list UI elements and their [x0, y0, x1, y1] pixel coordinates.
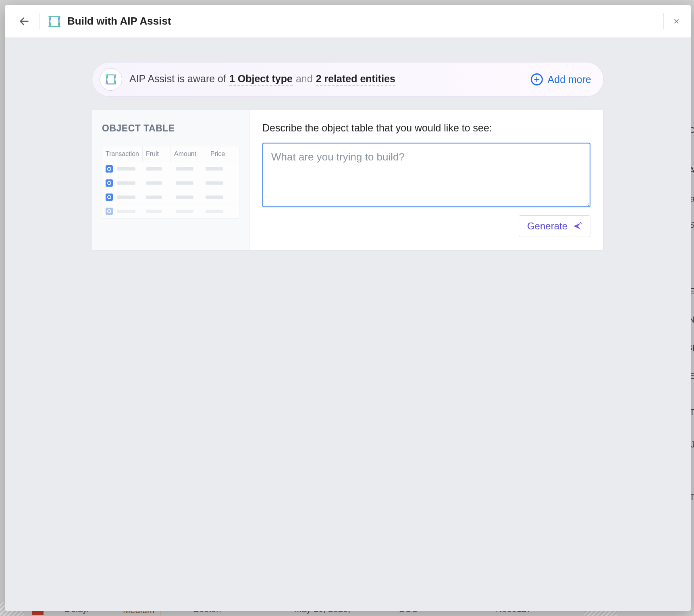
panels-container: OBJECT TABLE Transaction Fruit Amount Pr…	[92, 110, 604, 251]
placeholder-bar	[146, 167, 162, 171]
build-modal: Build with AIP Assist AIP Assist is awar…	[5, 5, 691, 611]
modal-body: AIP Assist is aware of 1 Object type and…	[5, 38, 691, 611]
placeholder-bar	[206, 210, 223, 213]
arrow-left-icon	[19, 16, 30, 27]
mini-th: Transaction	[102, 146, 143, 162]
placeholder-bar	[176, 196, 193, 199]
placeholder-bar	[146, 181, 162, 185]
awareness-logo	[100, 68, 122, 91]
back-button[interactable]	[16, 13, 32, 29]
placeholder-bar	[117, 196, 135, 199]
generate-label: Generate	[527, 221, 567, 232]
plus-circle-icon	[531, 73, 543, 85]
object-type-link[interactable]: 1 Object type	[229, 73, 293, 86]
generate-button[interactable]: Generate	[519, 215, 590, 237]
mini-table-row	[102, 176, 239, 190]
generate-row: Generate	[262, 215, 590, 237]
awareness-prefix: AIP Assist is aware of	[129, 73, 226, 85]
mini-table-row	[102, 162, 239, 176]
awareness-text: AIP Assist is aware of 1 Object type and…	[129, 73, 395, 86]
mini-th: Amount	[171, 146, 207, 162]
awareness-banner: AIP Assist is aware of 1 Object type and…	[92, 62, 604, 97]
mini-table-row	[102, 190, 239, 204]
object-table-preview-panel: OBJECT TABLE Transaction Fruit Amount Pr…	[92, 110, 249, 250]
mini-table-header: Transaction Fruit Amount Price	[102, 146, 239, 162]
placeholder-bar	[117, 181, 135, 185]
add-more-button[interactable]: Add more	[531, 73, 591, 85]
placeholder-bar	[206, 196, 223, 199]
row-icon	[106, 194, 113, 201]
prompt-panel: Describe the object table that you would…	[249, 110, 603, 250]
mini-table-row	[102, 204, 239, 218]
aip-logo-icon	[47, 14, 62, 29]
prompt-textarea[interactable]	[262, 143, 590, 207]
divider	[39, 13, 40, 29]
edge-fragment: J	[690, 439, 694, 450]
close-button[interactable]	[663, 13, 679, 29]
placeholder-bar	[176, 181, 193, 185]
modal-title: Build with AIP Assist	[67, 15, 171, 27]
placeholder-bar	[206, 181, 223, 185]
placeholder-bar	[146, 196, 162, 199]
close-icon	[673, 16, 679, 27]
svg-point-10	[581, 223, 582, 224]
svg-point-9	[580, 222, 582, 223]
add-more-label: Add more	[548, 74, 591, 85]
mini-th: Fruit	[143, 146, 171, 162]
placeholder-bar	[206, 167, 223, 171]
prompt-label: Describe the object table that you would…	[262, 122, 590, 134]
placeholder-bar	[176, 167, 193, 171]
placeholder-bar	[117, 167, 135, 171]
mini-th: Price	[207, 146, 239, 162]
mini-table-preview: Transaction Fruit Amount Price	[102, 146, 239, 219]
row-icon	[106, 179, 113, 187]
send-icon	[572, 221, 582, 231]
placeholder-bar	[146, 210, 162, 213]
header-logo-group: Build with AIP Assist	[47, 14, 171, 29]
awareness-and: and	[296, 73, 313, 85]
row-icon	[106, 165, 113, 173]
modal-header: Build with AIP Assist	[5, 5, 691, 38]
aip-logo-icon	[104, 73, 117, 86]
row-icon	[106, 208, 113, 215]
object-table-title: OBJECT TABLE	[102, 123, 239, 134]
placeholder-bar	[176, 210, 193, 213]
related-entities-link[interactable]: 2 related entities	[316, 73, 395, 86]
placeholder-bar	[117, 210, 135, 213]
